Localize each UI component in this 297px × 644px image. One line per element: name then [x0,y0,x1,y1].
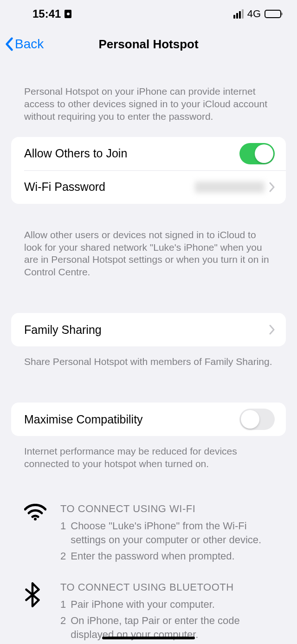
connect-bt-step-1: 1Pair iPhone with your computer. [60,598,273,612]
wifi-password-label: Wi-Fi Password [24,180,195,194]
allow-others-row: Allow Others to Join [11,137,286,170]
family-sharing-footer: Share Personal Hotspot with members of F… [0,351,297,374]
family-sharing-group: Family Sharing [11,313,286,346]
wifi-password-value [195,182,265,193]
connect-bluetooth-block: TO CONNECT USING BLUETOOTH 1Pair iPhone … [0,575,297,644]
home-indicator[interactable] [102,637,195,639]
sim-icon [65,10,71,18]
compat-footer: Internet performance may be reduced for … [0,441,297,476]
status-right: 4G [233,8,281,20]
network-label: 4G [247,8,261,20]
allow-others-toggle[interactable] [239,143,275,164]
compat-label: Maximise Compatibility [24,413,239,426]
signal-icon [233,9,244,19]
wifi-icon [24,502,46,566]
family-sharing-row[interactable]: Family Sharing [11,313,286,346]
compat-row: Maximise Compatibility [11,403,286,436]
family-sharing-label: Family Sharing [24,323,269,337]
status-bar: 15:41 4G [0,0,297,28]
wifi-password-row[interactable]: Wi-Fi Password [11,170,286,204]
back-label: Back [15,37,44,52]
nav-header: Back Personal Hotspot [0,28,297,60]
status-left: 15:41 [32,7,71,20]
battery-icon [265,10,281,18]
status-time: 15:41 [32,7,61,20]
bluetooth-icon [24,580,46,644]
compat-group: Maximise Compatibility [11,403,286,436]
intro-description: Personal Hotspot on your iPhone can prov… [0,81,297,129]
page-title: Personal Hotspot [0,37,297,52]
back-button[interactable]: Back [5,37,44,52]
compat-toggle[interactable] [239,409,275,430]
chevron-right-icon [269,325,275,335]
connect-wifi-step-1: 1Choose "Luke's iPhone" from the Wi-Fi s… [60,519,273,548]
connect-bt-heading: TO CONNECT USING BLUETOOTH [60,580,273,595]
connect-wifi-step-2: 2Enter the password when prompted. [60,549,273,564]
allow-others-footer: Allow other users or devices not signed … [0,224,297,285]
hotspot-group: Allow Others to Join Wi-Fi Password [11,137,286,204]
connect-wifi-heading: TO CONNECT USING WI-FI [60,502,273,516]
allow-others-label: Allow Others to Join [24,147,239,160]
chevron-left-icon [5,37,14,51]
svg-point-0 [34,518,37,520]
connect-wifi-block: TO CONNECT USING WI-FI 1Choose "Luke's i… [0,496,297,575]
chevron-right-icon [269,182,275,192]
